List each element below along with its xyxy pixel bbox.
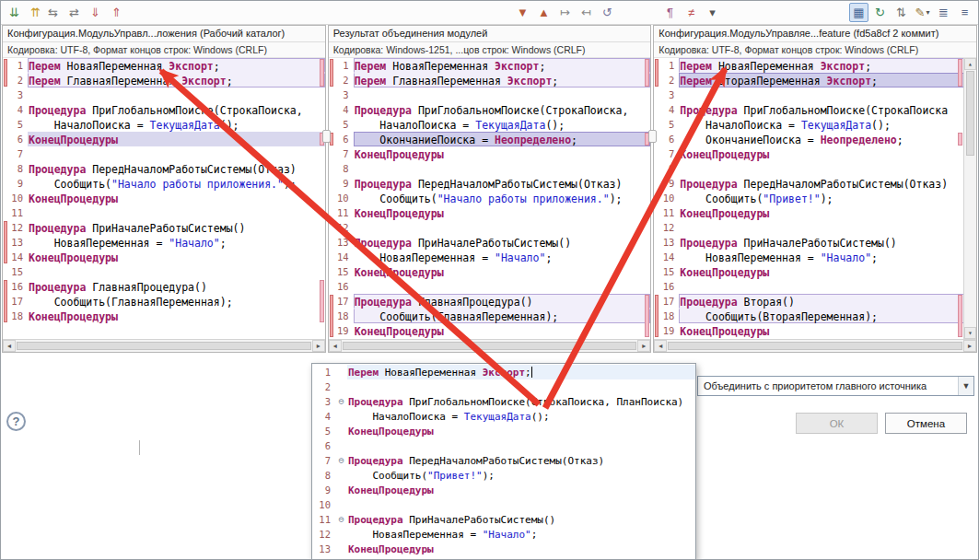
refresh-icon[interactable]: ↻ (870, 3, 890, 22)
code-line[interactable]: 12 (329, 220, 651, 235)
code-line[interactable]: 9Процедура ПередНачаломРаботыСистемы(Отк… (329, 176, 651, 191)
scroll-up-icon[interactable]: ▴ (964, 58, 976, 70)
show-structure-icon[interactable]: ≡ (955, 3, 974, 22)
code-line[interactable]: 4Процедура ПриГлобальномПоиске(СтрокаПои… (654, 102, 976, 117)
code-line[interactable]: 10 (312, 497, 695, 512)
code-line[interactable]: 8 (654, 161, 976, 176)
scroll-left-icon[interactable]: ◂ (654, 340, 667, 352)
sync-scrolling-icon[interactable]: ⇅ (892, 3, 911, 22)
copy-change-left-icon[interactable]: ⇆ (43, 3, 63, 22)
code-line[interactable]: 7КонецПроцедуры (654, 146, 976, 161)
code-line[interactable]: 2 (312, 379, 695, 394)
chevron-down-icon[interactable]: ▼ (958, 377, 973, 395)
code-line[interactable]: 12 (654, 220, 976, 235)
code-line[interactable]: 12Процедура ПриНачалеРаботыСистемы() (3, 220, 325, 235)
horizontal-scrollbar[interactable]: ◂ ▸ (654, 339, 976, 352)
code-line[interactable]: 18КонецПроцедуры (3, 309, 325, 323)
code-line[interactable]: 3 (329, 88, 651, 102)
code-line[interactable]: 1Перем НоваяПеременная Экспорт; (654, 58, 976, 73)
code-line[interactable]: 12 НоваяПеременная = "Начало"; (312, 527, 695, 542)
code-line[interactable]: 5 НачалоПоиска = ТекущаяДата(); (654, 117, 976, 132)
merge-strategy-dropdown[interactable]: Объединить с приоритетом главного источн… (697, 376, 974, 396)
code-line[interactable]: 15КонецПроцедуры (654, 264, 976, 279)
horizontal-scrollbar[interactable]: ◂ ▸ (3, 339, 325, 352)
code-editor-merge-result[interactable]: 1Перем НоваяПеременная Экспорт;2Перем Гл… (329, 58, 651, 339)
fold-collapse-icon[interactable]: ⊖ (335, 394, 347, 409)
code-line[interactable]: 6 (312, 438, 695, 453)
diff-connector[interactable] (322, 130, 331, 143)
code-line[interactable]: 13КонецПроцедуры (312, 542, 695, 556)
code-line[interactable]: 7КонецПроцедуры (329, 146, 651, 161)
scroll-right-icon[interactable]: ▸ (312, 340, 325, 352)
three-way-view-icon[interactable]: ▦ (849, 3, 868, 22)
code-line[interactable]: 4 НачалоПоиска = ТекущаяДата(); (312, 409, 695, 424)
code-line[interactable]: 9КонецПроцедуры (312, 483, 695, 497)
code-line[interactable]: 6 ОкончаниеПоиска = Неопределено; (654, 132, 976, 146)
scrollbar-track[interactable] (964, 157, 976, 327)
fold-collapse-icon[interactable]: ⊖ (335, 453, 347, 468)
code-line[interactable]: 10КонецПроцедуры (3, 191, 325, 205)
code-line[interactable]: 11КонецПроцедуры (654, 205, 976, 220)
chevron-down-icon[interactable]: ▾ (926, 8, 929, 17)
code-line[interactable]: 17Процедура ГлавнаяПроцедура() (329, 294, 651, 309)
code-line[interactable]: 14 НоваяПеременная = "Начало"; (654, 250, 976, 264)
scroll-right-icon[interactable]: ▸ (963, 340, 976, 352)
code-line[interactable]: 8Процедура ПередНачаломРаботыСистемы(Отк… (3, 161, 325, 176)
previous-conflict-icon[interactable]: ▲ (534, 3, 554, 22)
code-line[interactable]: 11⊖Процедура ПриНачалеРаботыСистемы() (312, 512, 695, 527)
code-line[interactable]: 10 Сообщить("Начало работы приложения.")… (329, 191, 651, 205)
vertical-scrollbar[interactable]: ▴ ▾ (963, 58, 976, 339)
code-line[interactable]: 5КонецПроцедуры (312, 424, 695, 438)
code-line[interactable]: 5 НачалоПоиска = ТекущаяДата(); (329, 117, 651, 132)
scroll-down-icon[interactable]: ▾ (964, 327, 976, 339)
code-line[interactable]: 1Перем НоваяПеременная Экспорт; (329, 58, 651, 73)
edit-mode-icon[interactable]: ✎▾ (913, 3, 932, 22)
code-line[interactable]: 8 Сообщить("Привет!"); (312, 468, 695, 483)
fold-collapse-icon[interactable]: ⊖ (335, 512, 347, 527)
accept-all-left-changes-icon[interactable]: ⇊ (5, 3, 24, 22)
code-editor-feature-branch[interactable]: ▴ ▾ 1Перем НоваяПеременная Экспорт;2Пере… (654, 58, 976, 339)
code-line[interactable]: 14КонецПроцедуры (3, 250, 325, 264)
code-line[interactable]: 2Перем ВтораяПеременная Экспорт; (654, 73, 976, 88)
code-line[interactable]: 13Процедура ПриНачалеРаботыСистемы() (654, 235, 976, 250)
code-line[interactable]: 13Процедура ПриНачалеРаботыСистемы() (329, 235, 651, 250)
code-line[interactable]: 16 (654, 279, 976, 294)
code-line[interactable]: 6 ОкончаниеПоиска = Неопределено; (329, 132, 651, 146)
code-line[interactable]: 16 (329, 279, 651, 294)
code-line[interactable]: 17 Сообщить(ГлавнаяПеременная); (3, 294, 325, 309)
diff-connector[interactable] (648, 130, 657, 143)
code-line[interactable]: 7 (3, 146, 325, 161)
code-line[interactable]: 15КонецПроцедуры (329, 264, 651, 279)
code-line[interactable]: 19КонецПроцедуры (329, 323, 651, 338)
next-difference-icon[interactable]: ⇓ (86, 3, 105, 22)
code-line[interactable]: 1Перем НоваяПеременная Экспорт; (312, 365, 695, 379)
code-line[interactable]: 13 НоваяПеременная = "Начало"; (3, 235, 325, 250)
code-line[interactable]: 17Процедура Вторая() (654, 294, 976, 309)
show-conflicts-only-icon[interactable]: ≠ (682, 3, 701, 22)
code-line[interactable]: 16Процедура ГлавнаяПроцедура() (3, 279, 325, 294)
code-line[interactable]: 4Процедура ПриГлобальномПоиске(СтрокаПои… (3, 102, 325, 117)
code-line[interactable]: 18 Сообщить(ГлавнаяПеременная); (329, 309, 651, 323)
accept-all-right-changes-icon[interactable]: ⇈ (26, 3, 45, 22)
copy-right-to-result-icon[interactable]: ↤ (577, 3, 596, 22)
code-line[interactable]: 15 (3, 264, 325, 279)
code-line[interactable]: 3 (3, 88, 325, 102)
code-line[interactable]: 9 Сообщить("Начало работы приложения."); (3, 176, 325, 191)
code-line[interactable]: 1Перем НоваяПеременная Экспорт; (3, 58, 325, 73)
horizontal-scrollbar[interactable]: ◂ ▸ (329, 339, 651, 352)
compare-options-dropdown-icon[interactable]: ▾ (703, 3, 722, 22)
ignore-whitespace-icon[interactable]: ¶ (660, 3, 680, 22)
code-editor-working-copy[interactable]: 1Перем НоваяПеременная Экспорт;2Перем Гл… (3, 58, 325, 339)
resize-handle[interactable] (139, 440, 140, 455)
code-line[interactable]: 19КонецПроцедуры (654, 323, 976, 338)
ok-button[interactable]: ОК (796, 413, 878, 434)
undo-merge-icon[interactable]: ↺ (598, 3, 617, 22)
code-line[interactable]: 3⊖Процедура ПриГлобальномПоиске(СтрокаПо… (312, 394, 695, 409)
code-line[interactable]: 2Перем ГлавнаяПеременная Экспорт; (3, 73, 325, 88)
code-line[interactable]: 5 НачалоПоиска = ТекущаяДата(); (3, 117, 325, 132)
code-line[interactable]: 11КонецПроцедуры (329, 205, 651, 220)
code-line[interactable]: 4Процедура ПриГлобальномПоиске(СтрокаПои… (329, 102, 651, 117)
code-line[interactable]: 14 НоваяПеременная = "Начало"; (329, 250, 651, 264)
code-line[interactable]: 3 (654, 88, 976, 102)
code-line[interactable]: 10 Сообщить("Привет!"); (654, 191, 976, 205)
